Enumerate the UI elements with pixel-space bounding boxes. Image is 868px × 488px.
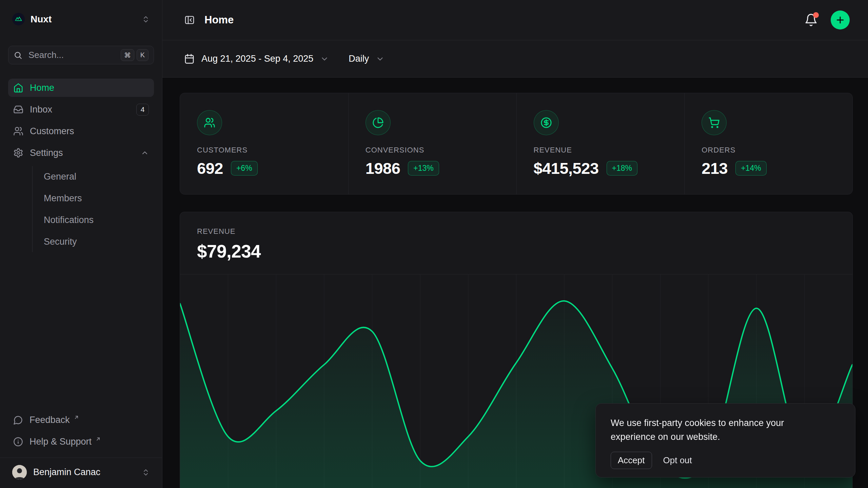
sidebar-item-security[interactable]: Security <box>33 232 154 251</box>
stat-card-customers: CUSTOMERS 692 +6% <box>180 93 348 194</box>
sidebar-item-general[interactable]: General <box>33 167 154 186</box>
footer-item-label: Feedback <box>29 415 70 425</box>
stat-delta-badge: +18% <box>607 161 637 176</box>
user-menu[interactable]: Benjamin Canac <box>0 458 162 488</box>
stat-card-revenue: REVENUE $415,523 +18% <box>516 93 685 194</box>
sidebar-item-customers[interactable]: Customers <box>8 122 154 140</box>
search-icon <box>14 51 22 60</box>
stat-delta-badge: +13% <box>408 161 439 176</box>
info-circle-icon <box>13 437 23 447</box>
stat-value: $415,523 <box>534 159 599 178</box>
stat-label: CUSTOMERS <box>197 146 248 155</box>
date-range-picker[interactable]: Aug 21, 2025 - Sep 4, 2025 <box>184 54 329 64</box>
add-button[interactable] <box>831 11 850 29</box>
page-header: Home <box>162 0 868 40</box>
shopping-cart-icon <box>702 110 727 135</box>
sidebar-item-settings[interactable]: Settings <box>8 144 154 162</box>
search-shortcut: ⌘ K <box>121 49 149 61</box>
pie-chart-icon <box>366 110 391 135</box>
feedback-link[interactable]: Feedback <box>8 411 154 429</box>
granularity-select[interactable]: Daily <box>349 54 384 64</box>
brand-name: Nuxt <box>31 14 52 25</box>
sidebar-item-label: Settings <box>30 148 63 158</box>
help-support-link[interactable]: Help & Support <box>8 432 154 451</box>
filters-toolbar: Aug 21, 2025 - Sep 4, 2025 Daily <box>162 40 868 78</box>
stat-delta-badge: +6% <box>231 161 258 176</box>
stats-cards: CUSTOMERS 692 +6% CONVERSIONS 1986 +13% <box>180 93 853 195</box>
sidebar-item-inbox[interactable]: Inbox 4 <box>8 100 154 119</box>
nuxt-logo-icon <box>12 13 25 25</box>
sidebar-item-label: Home <box>30 83 54 93</box>
notifications-button[interactable] <box>804 13 818 27</box>
granularity-label: Daily <box>349 54 369 64</box>
opt-out-button[interactable]: Opt out <box>663 452 693 469</box>
accept-cookies-button[interactable]: Accept <box>611 452 652 469</box>
chevron-down-icon <box>376 55 384 63</box>
inbox-icon <box>13 104 23 115</box>
users-icon <box>197 110 222 135</box>
chevron-down-icon <box>320 55 329 63</box>
home-icon <box>13 83 23 93</box>
stat-card-orders: ORDERS 213 +14% <box>684 93 852 194</box>
footer-item-label: Help & Support <box>29 436 92 447</box>
stat-value: 1986 <box>366 159 400 178</box>
plus-icon <box>835 15 845 25</box>
calendar-icon <box>184 54 195 64</box>
cookie-banner: We use first-party cookies to enhance yo… <box>595 403 855 477</box>
kbd-k: K <box>137 49 149 61</box>
stat-delta-badge: +14% <box>735 161 766 176</box>
search-placeholder: Search... <box>28 50 64 60</box>
page-title: Home <box>204 14 234 26</box>
kbd-cmd: ⌘ <box>121 49 134 61</box>
user-name: Benjamin Canac <box>33 467 100 477</box>
sidebar-item-notifications[interactable]: Notifications <box>33 211 154 229</box>
stat-card-conversions: CONVERSIONS 1986 +13% <box>348 93 516 194</box>
stat-label: ORDERS <box>702 146 735 155</box>
sidebar: Nuxt Search... ⌘ K Home Inbox 4 <box>0 0 162 488</box>
team-switcher[interactable]: Nuxt <box>8 12 154 27</box>
stat-value: 692 <box>197 159 223 178</box>
notification-dot <box>813 12 819 18</box>
sidebar-item-members[interactable]: Members <box>33 189 154 207</box>
sidebar-item-home[interactable]: Home <box>8 79 154 97</box>
dollar-circle-icon <box>534 110 559 135</box>
chevrons-up-down-icon <box>142 468 150 476</box>
gear-icon <box>13 148 23 158</box>
stat-label: CONVERSIONS <box>366 146 425 155</box>
sidebar-nav: Home Inbox 4 Customers Settings Ge <box>8 79 154 252</box>
sidebar-item-label: Inbox <box>30 104 52 115</box>
collapse-sidebar-icon[interactable] <box>184 15 195 25</box>
external-link-icon <box>95 436 101 442</box>
stat-label: REVENUE <box>534 146 572 155</box>
search-input[interactable]: Search... ⌘ K <box>8 46 154 64</box>
stat-value: 213 <box>702 159 728 178</box>
date-range-label: Aug 21, 2025 - Sep 4, 2025 <box>201 54 313 64</box>
chart-title: REVENUE <box>197 227 835 236</box>
message-bubble-icon <box>13 415 23 425</box>
sidebar-item-label: Customers <box>30 126 74 137</box>
chevrons-up-down-icon <box>142 15 150 23</box>
chart-current-value: $79,234 <box>197 241 835 262</box>
users-icon <box>13 126 23 136</box>
external-link-icon <box>74 414 79 420</box>
sidebar-footer: Feedback Help & Support <box>8 411 154 458</box>
chevron-up-icon <box>141 149 149 157</box>
settings-subnav: General Members Notifications Security <box>32 166 154 252</box>
avatar <box>12 465 27 480</box>
cookie-message: We use first-party cookies to enhance yo… <box>611 416 814 444</box>
inbox-count-badge: 4 <box>136 104 149 116</box>
